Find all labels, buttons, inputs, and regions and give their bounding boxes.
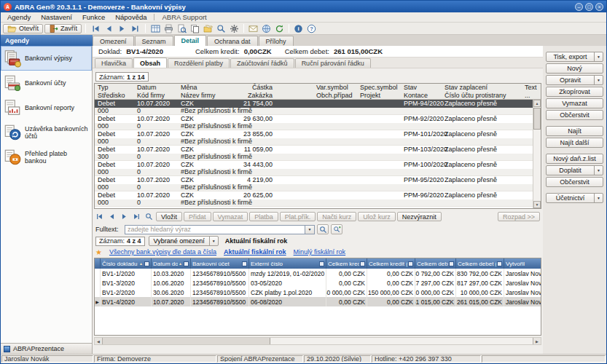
najit-button[interactable]: Najít (546, 126, 603, 136)
table-row[interactable]: Debet10.07.2020CZK34 443,00PPM-100/2020Z… (95, 161, 533, 176)
maximize-button[interactable]: □ (585, 3, 593, 11)
tab-detail[interactable]: Detail (174, 35, 207, 46)
vymazat-button[interactable]: Vymazat (546, 98, 603, 108)
quick-link-vsechny-bank-vypisy-dle-data-a-cisla[interactable]: Všechny bank.výpisy dle data a čísla (109, 248, 216, 256)
column-header-externi-cislo[interactable]: Externí číslo (249, 258, 326, 269)
search-plus-button[interactable] (331, 224, 342, 234)
tab-omezeni[interactable]: Omezení (93, 36, 134, 46)
novy-dan-z-list-button[interactable]: Nový daň.z.list (546, 154, 603, 164)
vymazat-button[interactable]: Vymazat (213, 212, 248, 221)
close-button[interactable]: Zavřít (44, 24, 82, 33)
globe-icon[interactable] (260, 23, 273, 34)
column-filter-icon[interactable] (497, 261, 502, 266)
column-filter-icon[interactable] (184, 261, 189, 266)
previous-record-icon[interactable] (106, 212, 117, 221)
table-row[interactable]: Debet10.07.2020CZK29 630,00PPM-92/2020Za… (95, 115, 533, 130)
vlozit-button[interactable]: Vložit (156, 212, 182, 221)
sidebar-item-bankovni-reporty[interactable]: Bankovní reporty (1, 95, 92, 120)
quick-link-minuly-fiskalni-rok[interactable]: Minulý fiskální rok (294, 248, 346, 256)
vybrane-omezeni-button[interactable]: Vybrané omezení ▼ (149, 236, 219, 246)
column-header-celkem-kredit[interactable]: Celkem kredit (326, 258, 367, 269)
rozpad-button[interactable]: Rozpad >> (498, 212, 540, 221)
table-row[interactable]: BV1-3/202010.06.202012345678910/550003-0… (95, 278, 541, 288)
column-header-cislo-dokladu[interactable]: Číslo dokladu▲ (101, 258, 152, 269)
sidebar-item-bankovni-vypisy[interactable]: Bankovní výpisy (1, 46, 92, 71)
uloz-kurz-button[interactable]: Ulož kurz (358, 212, 396, 221)
help-icon[interactable]: ? (305, 23, 318, 34)
close-button[interactable]: × (595, 3, 603, 11)
column-filter-icon[interactable] (449, 261, 454, 266)
last-record-icon[interactable] (131, 212, 142, 221)
info-icon[interactable]: i (292, 23, 305, 34)
minimize-button[interactable]: – (575, 3, 583, 11)
first-record-icon[interactable] (94, 212, 105, 221)
subtab-rozdeleni-platby[interactable]: Rozdělení platby (168, 58, 230, 68)
print-icon[interactable] (162, 23, 175, 34)
dropdown-arrow-icon[interactable]: ▼ (594, 76, 603, 84)
agendas-panel-tab[interactable]: Agendy (1, 35, 93, 46)
dropdown-arrow-icon[interactable]: ▼ (594, 194, 603, 202)
row-search-icon[interactable] (144, 212, 154, 221)
table-row[interactable]: Debet10.07.2020CZK21 754,00PPM-94/2020Za… (95, 100, 533, 115)
copy-icon[interactable] (189, 23, 201, 34)
zkopirovat-button[interactable]: Zkopírovat (546, 87, 603, 97)
tab-prilohy[interactable]: Přílohy (259, 36, 294, 46)
column-header-celkem-kredit-lok[interactable]: Celkem kredit (lok.) (367, 258, 415, 269)
table-row[interactable]: BV1-1/202010.03.202012345678910/5500mzdy… (95, 269, 541, 278)
menu-item-nastaveni[interactable]: Nastavení (36, 13, 77, 21)
plat-prik-button[interactable]: Plat.přík. (280, 212, 316, 221)
column-filter-icon[interactable] (144, 261, 149, 266)
scrollbar-thumb[interactable] (103, 338, 270, 344)
obcerstvit-button[interactable]: Občerstvit (546, 177, 603, 187)
table-row[interactable]: ▶BV1-4/202010.07.202012345678910/550006-… (95, 297, 541, 306)
menu-item-abra-support[interactable]: ABRA Support (157, 13, 211, 21)
column-header-celkem-debet-lok[interactable]: Celkem debet (lok.) (456, 258, 504, 269)
tisk-export-button[interactable]: Tisk, export▼ (546, 52, 603, 62)
mail-icon[interactable] (247, 23, 259, 34)
scroll-right-icon[interactable]: ▶ (533, 338, 541, 344)
dropdown-arrow-icon[interactable]: ▼ (594, 166, 603, 175)
nacti-kurz-button[interactable]: Načti kurz (317, 212, 356, 221)
horizontal-scrollbar[interactable]: ◀ ▶ (94, 337, 541, 345)
column-filter-icon[interactable] (319, 261, 324, 266)
tab-seznam[interactable]: Seznam (135, 36, 173, 46)
scrollbar-thumb[interactable] (533, 108, 541, 130)
table-row[interactable]: Debet10.07.2020CZK20 625,00PPM-96/2020Za… (95, 191, 533, 207)
preview-icon[interactable] (176, 23, 188, 34)
table-row[interactable]: Debet10.07.2020CZK23 855,00PPM-101/2020Z… (95, 130, 533, 146)
column-header-bankovni-ucet[interactable]: Bankovní účet (191, 258, 249, 269)
gear-icon[interactable] (228, 23, 240, 34)
menu-item-agendy[interactable]: Agendy (2, 13, 36, 21)
subtab-obsah[interactable]: Obsah (133, 58, 167, 68)
open-button[interactable]: Otevřít (3, 24, 43, 33)
novy-button[interactable]: Nový (546, 63, 603, 74)
fulltext-input[interactable] (125, 225, 305, 234)
first-record-icon[interactable] (90, 23, 102, 34)
table-row[interactable]: Debet10.07.2020CZK11 059,00PPM-103/2020Z… (95, 146, 533, 161)
folders-icon[interactable] (202, 23, 214, 34)
column-header-celkem-debet[interactable]: Celkem debet (415, 258, 456, 269)
sidebar-item-prehled-plateb-bankou[interactable]: Přehled plateb bankou (1, 145, 92, 170)
ucetnictvi-button[interactable]: Účetnictví▼ (546, 193, 603, 203)
sidebar-item-bankovni-ucty[interactable]: Bankovní účty (1, 71, 92, 95)
column-header-vytvoril[interactable]: Vytvořil (504, 258, 541, 269)
pridat-button[interactable]: Přidat (184, 212, 211, 221)
scroll-down-icon[interactable]: ▼ (533, 201, 541, 208)
obcerstvit-button[interactable]: Občerstvit (546, 110, 603, 120)
subtab-hlavicka[interactable]: Hlavička (95, 58, 133, 68)
vertical-scrollbar[interactable]: ▲ ▼ (533, 100, 541, 208)
menu-item-funkce[interactable]: Funkce (77, 13, 110, 21)
menu-item-napoveda[interactable]: Nápověda (110, 13, 152, 21)
table-row[interactable]: Debet10.07.2020CZK4 219,00PPM-95/2020Zap… (95, 176, 533, 191)
connection-footer[interactable]: ABRAPrezentace (1, 343, 92, 354)
search-icon[interactable] (215, 23, 227, 34)
previous-record-icon[interactable] (103, 23, 115, 34)
opravit-button[interactable]: Opravit▼ (546, 75, 603, 85)
column-filter-icon[interactable] (408, 261, 413, 266)
quick-link-aktualni-fiskalni-rok[interactable]: Aktuální fiskální rok (224, 248, 286, 256)
column-filter-icon[interactable] (242, 261, 247, 266)
favorite-star-icon[interactable]: ★ (95, 248, 102, 256)
nezvyraznit-button[interactable]: Nezvýraznit (397, 212, 442, 221)
next-record-icon[interactable] (116, 23, 128, 34)
najit-dalsi-button[interactable]: Najít další (546, 138, 603, 148)
